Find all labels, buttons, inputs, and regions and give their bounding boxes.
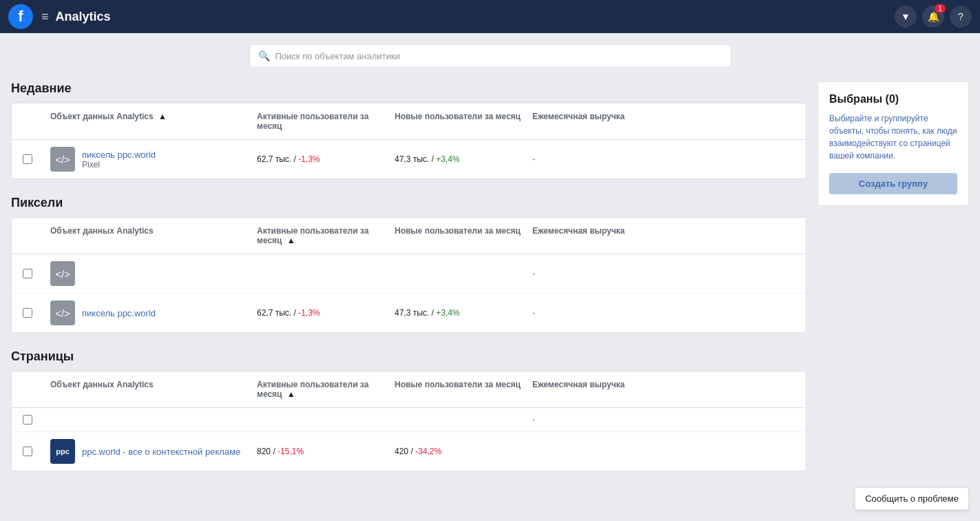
row-checkbox-cell[interactable] <box>23 269 50 278</box>
pages-section: Страницы Объект данных Analytics Активны… <box>11 349 806 471</box>
create-group-button[interactable]: Создать группу <box>829 173 957 194</box>
page-active-stat: 820 / -15,1% <box>257 447 395 456</box>
main-content: Недавние Объект данных Analytics ▲ Актив… <box>11 81 806 488</box>
recent-col-revenue: Ежемесячная выручка <box>532 112 656 131</box>
row-checkbox-cell[interactable] <box>23 447 50 456</box>
new-value: 47,3 тыс. <box>395 308 429 318</box>
row-checkbox[interactable] <box>23 447 32 456</box>
right-panel-card: Выбраны (0) Выбирайте и группируйте объе… <box>817 81 969 206</box>
pixel-icon: </> <box>50 300 75 325</box>
panel-title: Выбраны (0) <box>829 93 957 105</box>
pixels-table-header: Объект данных Analytics Активные пользов… <box>12 218 806 254</box>
cell-name-info: пиксель ppc.world Pixel <box>82 150 156 170</box>
pages-table: Объект данных Analytics Активные пользов… <box>11 371 806 471</box>
recent-title: Недавние <box>11 81 806 96</box>
new-value: 47,3 тыс. <box>395 154 429 164</box>
recent-active-stat: 62,7 тыс. / -1,3% <box>257 154 395 164</box>
item-link[interactable]: пиксель ppc.world <box>82 150 156 160</box>
panel-description: Выбирайте и группируйте объекты, чтобы п… <box>829 112 957 162</box>
new-change: -34,2% <box>415 447 441 456</box>
recent-revenue: - <box>532 154 656 164</box>
nav-icons: ▼ 🔔 1 ? <box>895 6 972 28</box>
cell-name-wrap: </> пиксель ppc.world <box>50 300 257 325</box>
table-row: </> пиксель ppc.world 62,7 тыс. / -1,3% … <box>12 294 806 332</box>
pixel-revenue: - <box>532 308 656 318</box>
search-bar: 🔍 <box>249 44 731 68</box>
new-change: +3,4% <box>436 154 459 164</box>
row-checkbox-cell[interactable] <box>23 308 50 318</box>
pages-col-new: Новые пользователи за месяц <box>395 380 532 399</box>
recent-col-name: Объект данных Analytics ▲ <box>50 112 257 131</box>
item-link[interactable]: ppc.world - все о контекстной рекламе <box>82 447 240 457</box>
notification-badge: 1 <box>935 4 946 13</box>
page-revenue-empty: - <box>532 415 656 425</box>
cell-name-info: ppc.world - все о контекстной рекламе <box>82 447 240 457</box>
page-icon: ppc <box>50 439 75 464</box>
facebook-logo: f <box>8 4 33 29</box>
active-change: -1,3% <box>298 308 320 318</box>
help-button[interactable]: ? <box>950 6 972 28</box>
notifications-button[interactable]: 🔔 1 <box>922 6 944 28</box>
cell-name-info: пиксель ppc.world <box>82 308 156 318</box>
page-new-stat: 420 / -34,2% <box>395 447 532 456</box>
dropdown-icon: ▼ <box>901 11 910 22</box>
pixels-section: Пиксели Объект данных Analytics Активные… <box>11 196 806 333</box>
pixel-revenue-empty: - <box>532 269 656 278</box>
pixels-col-new: Новые пользователи за месяц <box>395 226 532 245</box>
search-icon: 🔍 <box>258 50 270 61</box>
app-title: Analytics <box>56 10 111 24</box>
active-change: -1,3% <box>298 154 320 164</box>
pixels-table: Объект данных Analytics Активные пользов… <box>11 217 806 333</box>
hamburger-menu[interactable]: ≡ <box>41 10 49 24</box>
pixel-icon: </> <box>50 261 75 286</box>
pixels-col-active: Активные пользователи за месяц ▲ <box>257 226 395 245</box>
recent-section: Недавние Объект данных Analytics ▲ Актив… <box>11 81 806 179</box>
active-value: 62,7 тыс. <box>257 308 291 318</box>
new-value: 420 <box>395 447 408 456</box>
new-change: +3,4% <box>436 308 459 318</box>
pixel-icon: </> <box>50 147 75 172</box>
cell-name-wrap: </> пиксель ppc.world Pixel <box>50 147 257 172</box>
pages-col-active: Активные пользователи за месяц ▲ <box>257 380 395 399</box>
pixels-col-revenue: Ежемесячная выручка <box>532 226 656 245</box>
pages-col-revenue: Ежемесячная выручка <box>532 380 656 399</box>
pixel-new-stat: 47,3 тыс. / +3,4% <box>395 308 532 318</box>
report-problem-button[interactable]: Сообщить о проблеме <box>855 487 969 499</box>
row-checkbox[interactable] <box>23 308 32 318</box>
right-panel: Выбраны (0) Выбирайте и группируйте объе… <box>817 81 969 488</box>
help-icon: ? <box>958 11 963 22</box>
search-input[interactable] <box>275 51 722 61</box>
row-checkbox-cell[interactable] <box>23 154 50 164</box>
sort-arrow-icon: ▲ <box>287 236 295 245</box>
recent-new-stat: 47,3 тыс. / +3,4% <box>395 154 532 164</box>
pixels-title: Пиксели <box>11 196 806 210</box>
sort-arrow-icon: ▲ <box>287 389 295 399</box>
table-row: </> пиксель ppc.world Pixel 62,7 тыс. / … <box>12 140 806 178</box>
cell-name-wrap: </> <box>50 261 257 286</box>
active-value: 62,7 тыс. <box>257 154 291 164</box>
item-link[interactable]: пиксель ppc.world <box>82 308 156 318</box>
search-bar-wrapper: 🔍 <box>11 44 969 68</box>
pages-title: Страницы <box>11 349 806 364</box>
row-checkbox[interactable] <box>23 415 32 425</box>
pixels-col-name: Объект данных Analytics <box>50 226 257 245</box>
row-checkbox[interactable] <box>23 269 32 278</box>
row-checkbox[interactable] <box>23 154 32 164</box>
recent-col-active: Активные пользователи за месяц <box>257 112 395 131</box>
table-row: </> - <box>12 254 806 294</box>
active-change: -15,1% <box>278 447 304 456</box>
top-navigation: f ≡ Analytics ▼ 🔔 1 ? <box>0 0 980 33</box>
recent-table-header: Объект данных Analytics ▲ Активные польз… <box>12 103 806 140</box>
recent-table: Объект данных Analytics ▲ Активные польз… <box>11 103 806 179</box>
pages-table-header: Объект данных Analytics Активные пользов… <box>12 371 806 408</box>
table-row: ppc ppc.world - все о контекстной реклам… <box>12 432 806 471</box>
active-value: 820 <box>257 447 271 456</box>
dropdown-button[interactable]: ▼ <box>895 6 917 28</box>
pixel-active-stat: 62,7 тыс. / -1,3% <box>257 308 395 318</box>
item-type: Pixel <box>82 160 156 170</box>
recent-col-new: Новые пользователи за месяц <box>395 112 532 131</box>
sort-arrow-icon: ▲ <box>158 112 167 121</box>
table-row: - <box>12 408 806 432</box>
row-checkbox-cell[interactable] <box>23 415 50 425</box>
cell-name-wrap: ppc ppc.world - все о контекстной реклам… <box>50 439 257 464</box>
